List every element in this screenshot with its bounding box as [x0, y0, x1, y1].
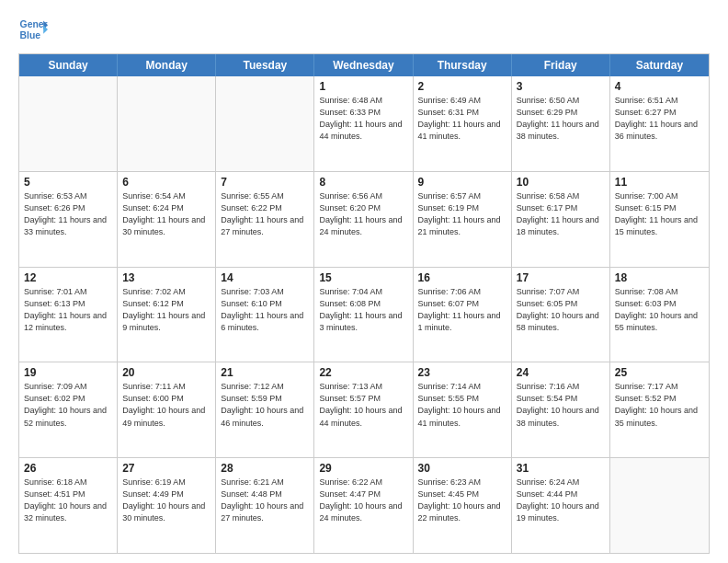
day-number: 28 [221, 462, 309, 475]
day-cell-15: 15Sunrise: 7:04 AMSunset: 6:08 PMDayligh… [314, 268, 413, 362]
week-row-0: 1Sunrise: 6:48 AMSunset: 6:33 PMDaylight… [19, 76, 709, 172]
day-number: 2 [418, 80, 506, 93]
day-number: 30 [418, 462, 506, 475]
day-number: 15 [319, 271, 407, 284]
day-cell-24: 24Sunrise: 7:16 AMSunset: 5:54 PMDayligh… [512, 362, 610, 457]
day-cell-2: 2Sunrise: 6:49 AMSunset: 6:31 PMDaylight… [414, 76, 512, 171]
day-cell-18: 18Sunrise: 7:08 AMSunset: 6:03 PMDayligh… [610, 268, 709, 362]
week-row-1: 5Sunrise: 6:53 AMSunset: 6:26 PMDaylight… [19, 172, 709, 268]
header: General Blue [18, 15, 710, 44]
day-cell-21: 21Sunrise: 7:12 AMSunset: 5:59 PMDayligh… [216, 362, 314, 457]
day-info: Sunrise: 7:11 AMSunset: 6:00 PMDaylight:… [122, 381, 210, 429]
day-info: Sunrise: 6:54 AMSunset: 6:24 PMDaylight:… [122, 190, 210, 238]
day-number: 20 [122, 366, 210, 379]
day-info: Sunrise: 7:02 AMSunset: 6:12 PMDaylight:… [122, 286, 210, 334]
day-number: 21 [221, 366, 309, 379]
day-info: Sunrise: 7:16 AMSunset: 5:54 PMDaylight:… [517, 381, 605, 429]
day-info: Sunrise: 7:03 AMSunset: 6:10 PMDaylight:… [221, 286, 309, 334]
day-info: Sunrise: 6:22 AMSunset: 4:47 PMDaylight:… [319, 477, 407, 524]
calendar: SundayMondayTuesdayWednesdayThursdayFrid… [18, 53, 710, 554]
day-info: Sunrise: 6:49 AMSunset: 6:31 PMDaylight:… [418, 95, 506, 143]
day-number: 11 [615, 176, 704, 189]
day-header-saturday: Saturday [610, 54, 709, 76]
day-cell-17: 17Sunrise: 7:07 AMSunset: 6:05 PMDayligh… [512, 268, 610, 362]
day-number: 26 [24, 462, 112, 475]
day-info: Sunrise: 6:19 AMSunset: 4:49 PMDaylight:… [122, 477, 210, 524]
day-number: 27 [122, 462, 210, 475]
day-cell-4: 4Sunrise: 6:51 AMSunset: 6:27 PMDaylight… [610, 76, 709, 171]
day-cell-5: 5Sunrise: 6:53 AMSunset: 6:26 PMDaylight… [19, 172, 118, 267]
day-cell-9: 9Sunrise: 6:57 AMSunset: 6:19 PMDaylight… [414, 172, 512, 267]
day-number: 5 [24, 176, 112, 189]
day-info: Sunrise: 7:01 AMSunset: 6:13 PMDaylight:… [24, 286, 112, 334]
day-cell-empty [19, 76, 118, 171]
day-cell-20: 20Sunrise: 7:11 AMSunset: 6:00 PMDayligh… [118, 362, 216, 457]
day-header-wednesday: Wednesday [314, 54, 413, 76]
day-cell-empty [118, 76, 216, 171]
day-cell-14: 14Sunrise: 7:03 AMSunset: 6:10 PMDayligh… [216, 268, 314, 362]
day-cell-empty [610, 458, 709, 553]
day-info: Sunrise: 6:21 AMSunset: 4:48 PMDaylight:… [221, 477, 309, 524]
day-cell-11: 11Sunrise: 7:00 AMSunset: 6:15 PMDayligh… [610, 172, 709, 267]
day-info: Sunrise: 7:12 AMSunset: 5:59 PMDaylight:… [221, 381, 309, 429]
day-cell-10: 10Sunrise: 6:58 AMSunset: 6:17 PMDayligh… [512, 172, 610, 267]
day-cell-13: 13Sunrise: 7:02 AMSunset: 6:12 PMDayligh… [118, 268, 216, 362]
day-number: 17 [517, 271, 605, 284]
week-row-2: 12Sunrise: 7:01 AMSunset: 6:13 PMDayligh… [19, 268, 709, 363]
day-info: Sunrise: 7:14 AMSunset: 5:55 PMDaylight:… [418, 381, 506, 429]
day-info: Sunrise: 7:00 AMSunset: 6:15 PMDaylight:… [615, 190, 704, 238]
week-row-4: 26Sunrise: 6:18 AMSunset: 4:51 PMDayligh… [19, 458, 709, 553]
day-cell-12: 12Sunrise: 7:01 AMSunset: 6:13 PMDayligh… [19, 268, 118, 362]
day-info: Sunrise: 6:18 AMSunset: 4:51 PMDaylight:… [24, 477, 112, 524]
day-info: Sunrise: 6:23 AMSunset: 4:45 PMDaylight:… [418, 477, 506, 524]
day-cell-empty [216, 76, 314, 171]
day-number: 9 [418, 176, 506, 189]
day-info: Sunrise: 6:48 AMSunset: 6:33 PMDaylight:… [319, 95, 407, 143]
day-header-sunday: Sunday [19, 54, 118, 76]
day-number: 18 [615, 271, 704, 284]
day-number: 25 [615, 366, 704, 379]
day-info: Sunrise: 7:07 AMSunset: 6:05 PMDaylight:… [517, 286, 605, 334]
day-info: Sunrise: 7:17 AMSunset: 5:52 PMDaylight:… [615, 381, 704, 429]
day-number: 6 [122, 176, 210, 189]
day-cell-6: 6Sunrise: 6:54 AMSunset: 6:24 PMDaylight… [118, 172, 216, 267]
day-cell-30: 30Sunrise: 6:23 AMSunset: 4:45 PMDayligh… [414, 458, 512, 553]
day-cell-28: 28Sunrise: 6:21 AMSunset: 4:48 PMDayligh… [216, 458, 314, 553]
day-cell-7: 7Sunrise: 6:55 AMSunset: 6:22 PMDaylight… [216, 172, 314, 267]
day-number: 24 [517, 366, 605, 379]
day-cell-27: 27Sunrise: 6:19 AMSunset: 4:49 PMDayligh… [118, 458, 216, 553]
day-number: 8 [319, 176, 407, 189]
day-info: Sunrise: 6:56 AMSunset: 6:20 PMDaylight:… [319, 190, 407, 238]
day-cell-8: 8Sunrise: 6:56 AMSunset: 6:20 PMDaylight… [314, 172, 413, 267]
day-number: 13 [122, 271, 210, 284]
day-cell-19: 19Sunrise: 7:09 AMSunset: 6:02 PMDayligh… [19, 362, 118, 457]
day-number: 19 [24, 366, 112, 379]
calendar-body: 1Sunrise: 6:48 AMSunset: 6:33 PMDaylight… [19, 76, 709, 553]
day-number: 7 [221, 176, 309, 189]
day-info: Sunrise: 6:53 AMSunset: 6:26 PMDaylight:… [24, 190, 112, 238]
day-number: 31 [517, 462, 605, 475]
day-cell-22: 22Sunrise: 7:13 AMSunset: 5:57 PMDayligh… [314, 362, 413, 457]
logo: General Blue [18, 15, 48, 44]
day-cell-25: 25Sunrise: 7:17 AMSunset: 5:52 PMDayligh… [610, 362, 709, 457]
day-number: 4 [615, 80, 704, 93]
day-number: 10 [517, 176, 605, 189]
day-info: Sunrise: 6:24 AMSunset: 4:44 PMDaylight:… [517, 477, 605, 524]
day-cell-26: 26Sunrise: 6:18 AMSunset: 4:51 PMDayligh… [19, 458, 118, 553]
day-cell-31: 31Sunrise: 6:24 AMSunset: 4:44 PMDayligh… [512, 458, 610, 553]
day-info: Sunrise: 6:55 AMSunset: 6:22 PMDaylight:… [221, 190, 309, 238]
day-info: Sunrise: 7:04 AMSunset: 6:08 PMDaylight:… [319, 286, 407, 334]
logo-icon: General Blue [18, 15, 48, 44]
day-header-friday: Friday [512, 54, 610, 76]
day-info: Sunrise: 6:51 AMSunset: 6:27 PMDaylight:… [615, 95, 704, 143]
day-number: 22 [319, 366, 407, 379]
day-number: 23 [418, 366, 506, 379]
day-number: 29 [319, 462, 407, 475]
day-cell-23: 23Sunrise: 7:14 AMSunset: 5:55 PMDayligh… [414, 362, 512, 457]
day-info: Sunrise: 7:13 AMSunset: 5:57 PMDaylight:… [319, 381, 407, 429]
day-cell-3: 3Sunrise: 6:50 AMSunset: 6:29 PMDaylight… [512, 76, 610, 171]
day-info: Sunrise: 6:50 AMSunset: 6:29 PMDaylight:… [517, 95, 605, 143]
day-info: Sunrise: 7:06 AMSunset: 6:07 PMDaylight:… [418, 286, 506, 334]
page: General Blue SundayMondayTuesdayWednesda… [0, 0, 728, 563]
day-header-tuesday: Tuesday [216, 54, 314, 76]
